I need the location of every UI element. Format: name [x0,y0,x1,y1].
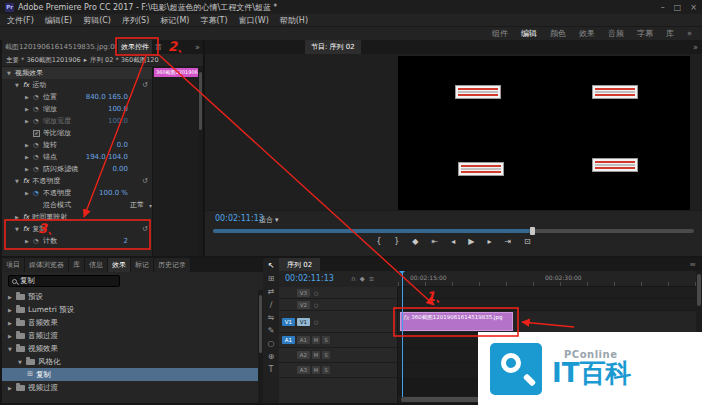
workspace-effects[interactable]: 效果 [579,28,595,39]
panel-overflow-icon[interactable]: » [693,43,702,52]
mute-button[interactable]: M [312,336,320,344]
track-select-tool[interactable]: ⊞ [268,275,275,283]
close-button[interactable]: × [690,3,697,12]
scrubber-playhead[interactable] [530,227,535,235]
track-target-a3[interactable]: A3 [297,366,310,374]
program-scrubber[interactable] [213,229,694,233]
tab-media-browser[interactable]: 媒体浏览器 [25,258,69,272]
menu-window[interactable]: 窗口(W) [239,15,269,26]
play-button[interactable]: ▶ [468,238,474,246]
section-video-effects[interactable]: ▼ 视频效果 [2,67,152,79]
workspace-libraries[interactable]: 库 [666,28,674,39]
workspace-editing[interactable]: 编辑 [521,28,537,39]
track-target-v1[interactable]: V1 [297,318,310,326]
go-to-out-button[interactable]: ⇥ [504,238,511,246]
workspace-audio[interactable]: 音频 [608,28,624,39]
snap-icon[interactable]: ∩ [351,275,356,283]
tab-audio-mixer[interactable]: 音 [152,40,165,54]
twirl-icon[interactable]: ▼ [7,346,13,352]
maximize-button[interactable]: □ [674,3,682,12]
menu-edit[interactable]: 编辑(E) [45,15,72,26]
menu-markers[interactable]: 标记(M) [160,15,189,26]
export-frame-button[interactable]: ⊡ [524,238,531,246]
twirl-icon[interactable]: ▶ [24,118,30,124]
param-value[interactable]: 0.0 [117,141,128,149]
param-antiflicker[interactable]: ▶ ◔ 防闪烁滤镜 0.00 [2,163,152,175]
menu-file[interactable]: 文件(F) [7,15,34,26]
add-marker-button[interactable]: ◆ [412,238,418,246]
twirl-icon[interactable]: ▼ [14,226,20,232]
param-anchor-point[interactable]: ▶ ◔ 锚点 194.0 104.0 [2,151,152,163]
menu-help[interactable]: 帮助(H) [280,15,308,26]
effect-controls-mini-timeline[interactable]: 360截图1201906 [152,67,199,256]
timeline-ruler[interactable]: 00:02:15:00 00:02:30:00 [398,271,696,287]
tree-item-presets[interactable]: ▶ 预设 [2,290,258,303]
mute-button[interactable]: M [312,351,320,359]
tree-item-video-effects[interactable]: ▼ 视频效果 [2,342,258,355]
source-patch-v1[interactable]: V1 [282,318,295,326]
track-header-a1[interactable]: A1 A1 M S [279,333,397,348]
effects-search-input[interactable] [20,277,112,286]
twirl-icon[interactable]: ▶ [7,320,13,326]
twirl-icon[interactable]: ▼ [6,70,12,76]
pen-tool[interactable]: ✎ [268,327,275,335]
panel-overflow-icon[interactable]: » [195,43,203,52]
sequence-clip-label[interactable]: 序列 02 * 360截图120 [90,56,159,65]
panel-menu-icon[interactable]: ≡ [689,260,702,269]
param-value[interactable]: 100.0 % [99,189,128,197]
reset-icon[interactable]: ↺ [142,81,148,89]
workspace-color[interactable]: 颜色 [550,28,566,39]
razor-tool[interactable]: ∕ [270,301,273,309]
track-header-a3[interactable]: . A3 M S [279,363,397,378]
track-target-a2[interactable]: A2 [297,351,310,359]
mark-in-button[interactable]: { [376,238,381,246]
twirl-icon[interactable]: ▶ [24,142,30,148]
param-scale[interactable]: ▶ ◔ 缩放 100.0 [2,103,152,115]
tree-item-replicate[interactable]: ⊞ 复制 [2,368,258,381]
reset-icon[interactable]: ↺ [142,177,148,185]
effect-replicate[interactable]: ▼ fx 复制 ↺ [2,223,152,235]
effect-controls-scrollbar[interactable] [198,67,203,256]
effects-search-box[interactable] [8,275,120,287]
slip-tool[interactable]: ⇋ [268,314,275,322]
twirl-icon[interactable]: ▼ [14,178,20,184]
twirl-icon[interactable]: ▶ [7,385,13,391]
step-forward-button[interactable]: ▸ [487,238,491,246]
tab-effects[interactable]: 效果 [108,258,131,272]
timeline-playhead[interactable] [402,271,403,397]
tree-item-video-transitions[interactable]: ▶ 视频过渡 [2,381,258,394]
effect-motion[interactable]: ▼ fx 运动 ↺ [2,79,152,91]
param-scale-width[interactable]: ▶ ◔ 缩放宽度 100.0 [2,115,152,127]
toggle-track-output-icon[interactable]: ○ [314,302,318,308]
twirl-icon[interactable]: ▶ [7,307,13,313]
minimize-button[interactable]: – [661,3,665,12]
tab-project[interactable]: 项目 [2,258,25,272]
effect-opacity[interactable]: ▼ fx 不透明度 ↺ [2,175,152,187]
zoom-tool[interactable]: ⊕ [268,353,275,361]
ripple-edit-tool[interactable]: ⇄ [268,288,275,296]
track-header-v1[interactable]: V1 V1 ○ [279,311,397,333]
uniform-scale-checkbox[interactable]: ✓ [33,130,40,137]
track-target-v3[interactable]: V3 [297,289,310,297]
stopwatch-icon[interactable]: ◔ [33,141,40,149]
type-tool[interactable]: T [269,366,274,374]
mini-timeline-clip[interactable]: 360截图1201906 [154,68,198,77]
track-target-v2[interactable]: V2 [297,301,310,309]
twirl-icon[interactable]: ▶ [24,94,30,100]
mute-button[interactable]: M [312,366,320,374]
master-clip-label[interactable]: 主要 * 360截图1201906 [6,56,81,65]
tab-sequence-02[interactable]: 序列 02 [279,258,320,271]
mark-out-button[interactable]: } [394,238,399,246]
zoom-level-dropdown[interactable]: 适合 ▾ [259,215,279,225]
tab-history[interactable]: 历史记录 [154,258,191,272]
stopwatch-icon[interactable]: ◔ [33,117,40,125]
param-opacity[interactable]: ▶ ◔ 不透明度 100.0 % [2,187,152,199]
menu-sequence[interactable]: 序列(S) [122,15,149,26]
tab-info[interactable]: 信息 [85,258,108,272]
solo-button[interactable]: S [322,366,330,374]
param-value[interactable]: 840.0 165.0 [86,93,128,101]
param-value[interactable]: 2 [124,237,128,245]
twirl-icon[interactable]: ▶ [24,238,30,244]
param-blend-mode[interactable]: 混合模式 正常 ▾ [2,199,152,211]
param-value[interactable]: 100.0 [108,105,128,113]
